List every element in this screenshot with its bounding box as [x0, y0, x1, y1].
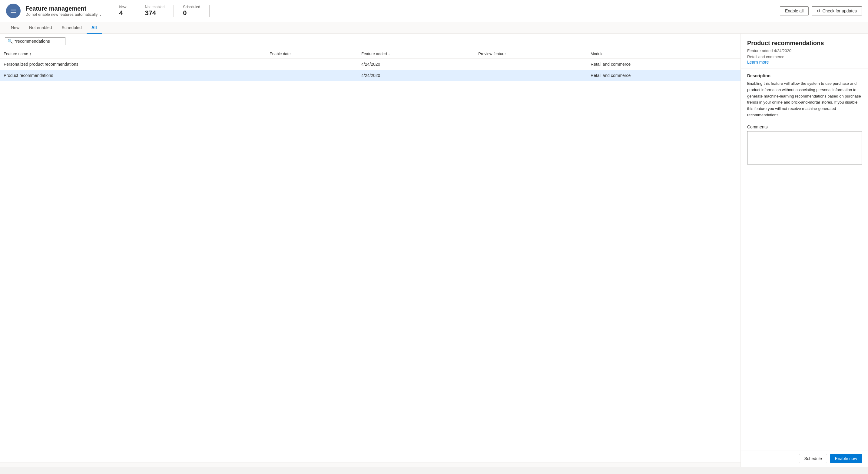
right-panel: Product recommendations Feature added 4/… [741, 34, 868, 467]
cell-feature-added: 4/24/2020 [358, 59, 474, 70]
stat-scheduled-value: 0 [183, 9, 200, 17]
check-for-updates-button[interactable]: ↺ Check for updates [812, 6, 862, 15]
chevron-down-icon: ⌄ [99, 12, 102, 17]
detail-footer: Schedule Enable now [741, 450, 868, 467]
detail-meta: Feature added 4/24/2020 Retail and comme… [747, 48, 862, 60]
tab-not-enabled[interactable]: Not enabled [24, 22, 57, 34]
cell-enable-date [266, 59, 358, 70]
stat-new: New 4 [119, 5, 136, 17]
schedule-button[interactable]: Schedule [799, 454, 827, 463]
cell-feature-name: Product recommendations [0, 70, 266, 81]
check-for-updates-label: Check for updates [822, 8, 857, 13]
sort-asc-icon: ↑ [29, 52, 31, 56]
page-header: Feature management Do not enable new fea… [0, 0, 868, 22]
svg-rect-0 [10, 9, 16, 9]
subtitle-text: Do not enable new features automatically [26, 12, 97, 17]
description-label: Description [747, 73, 862, 78]
col-feature-added[interactable]: Feature added ↓ [358, 49, 474, 59]
cell-feature-added: 4/24/2020 [358, 70, 474, 81]
detail-description-text: Enabling this feature will allow the sys… [747, 81, 862, 119]
comments-label: Comments [747, 125, 862, 129]
stats-block: New 4 Not enabled 374 Scheduled 0 [119, 5, 209, 17]
enable-all-button[interactable]: Enable all [780, 6, 809, 15]
stat-not-enabled-value: 374 [145, 9, 165, 17]
stat-new-value: 4 [119, 9, 126, 17]
cell-feature-name: Personalized product recommendations [0, 59, 266, 70]
cell-module: Retail and commerce [587, 59, 741, 70]
feature-table: Feature name ↑ Enable date Feature added… [0, 49, 741, 81]
stat-scheduled: Scheduled 0 [174, 5, 210, 17]
stat-new-label: New [119, 5, 126, 9]
table-row[interactable]: Personalized product recommendations 4/2… [0, 59, 741, 70]
stat-not-enabled-label: Not enabled [145, 5, 165, 9]
cell-preview-feature [474, 70, 587, 81]
cell-enable-date [266, 70, 358, 81]
tab-new[interactable]: New [6, 22, 24, 34]
refresh-icon: ↺ [817, 8, 820, 13]
table-header-row: Feature name ↑ Enable date Feature added… [0, 49, 741, 59]
col-enable-date[interactable]: Enable date [266, 49, 358, 59]
stat-not-enabled: Not enabled 374 [136, 5, 174, 17]
learn-more-link[interactable]: Learn more [747, 60, 769, 64]
detail-body: Description Enabling this feature will a… [741, 68, 868, 450]
cell-preview-feature [474, 59, 587, 70]
col-module[interactable]: Module [587, 49, 741, 59]
table-row[interactable]: Product recommendations 4/24/2020 Retail… [0, 70, 741, 81]
detail-header: Product recommendations Feature added 4/… [741, 34, 868, 68]
detail-module: Retail and commerce [747, 54, 862, 60]
feature-table-wrap: Feature name ↑ Enable date Feature added… [0, 49, 741, 463]
enable-now-button[interactable]: Enable now [830, 454, 862, 463]
stat-scheduled-label: Scheduled [183, 5, 200, 9]
sort-desc-icon: ↓ [388, 52, 391, 56]
table-body: Personalized product recommendations 4/2… [0, 59, 741, 81]
search-input-wrap[interactable]: 🔍 [5, 37, 65, 45]
scroll-indicator [0, 463, 741, 467]
left-panel: 🔍 Feature name ↑ Enable date [0, 34, 741, 467]
cell-module: Retail and commerce [587, 70, 741, 81]
svg-rect-2 [10, 12, 16, 13]
subtitle-dropdown[interactable]: Do not enable new features automatically… [26, 12, 102, 17]
title-block: Feature management Do not enable new fea… [26, 5, 102, 17]
app-icon [6, 4, 21, 18]
list-icon [10, 7, 17, 14]
col-feature-name[interactable]: Feature name ↑ [0, 49, 266, 59]
detail-feature-added: Feature added 4/24/2020 [747, 48, 862, 54]
search-bar: 🔍 [0, 34, 741, 49]
detail-title: Product recommendations [747, 40, 862, 46]
tab-all[interactable]: All [87, 22, 102, 34]
col-preview-feature[interactable]: Preview feature [474, 49, 587, 59]
header-actions: Enable all ↺ Check for updates [780, 6, 862, 15]
search-input[interactable] [14, 39, 63, 43]
search-icon: 🔍 [7, 39, 13, 43]
tab-scheduled[interactable]: Scheduled [57, 22, 87, 34]
comments-input[interactable] [747, 131, 862, 164]
main-content: 🔍 Feature name ↑ Enable date [0, 34, 868, 467]
svg-rect-1 [10, 10, 16, 11]
page-title: Feature management [26, 5, 102, 12]
tab-bar: New Not enabled Scheduled All [0, 22, 868, 34]
